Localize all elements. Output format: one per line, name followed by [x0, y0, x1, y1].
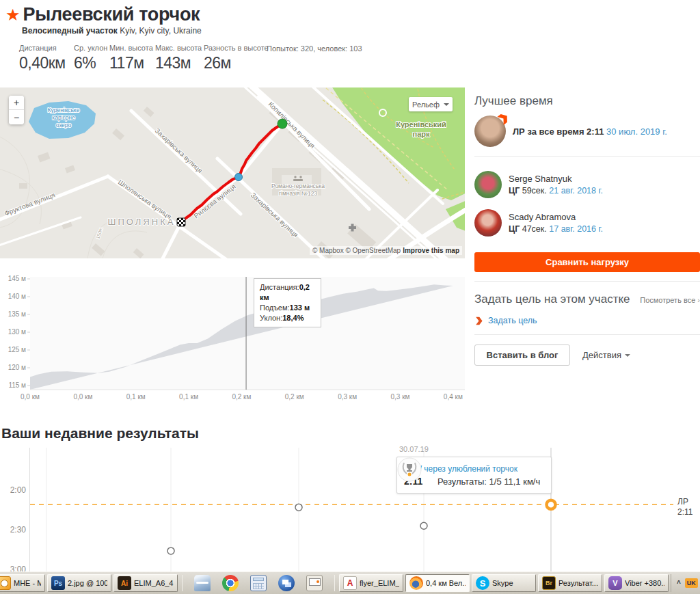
map-canvas: Куренівське кар'єрне озеро Куренівський … — [0, 87, 465, 258]
calculator-icon[interactable] — [250, 575, 267, 591]
view-all-link[interactable]: Посмотреть все › — [640, 296, 700, 304]
medal-icon — [397, 457, 422, 482]
dropdown-arrow-icon — [444, 103, 449, 106]
taskbar-window-bridge[interactable]: Br Результат... — [538, 574, 602, 592]
place-label: ШПОЛЯНКА — [108, 217, 176, 227]
bridge-icon: Br — [542, 576, 556, 590]
taskbar-separator — [182, 575, 183, 591]
goal-heading: Задать цель на этом участке — [474, 293, 630, 306]
recent-results-heading: Ваши недавние результаты — [1, 425, 700, 442]
leader-entry: Serge Shatnyuk ЦГ 59сек. 21 авг. 2018 г. — [474, 165, 700, 204]
result-point[interactable] — [420, 522, 427, 529]
sidebar: Лучшее время ЛР за все время 2:11 30 июл… — [474, 94, 700, 366]
park-label-line2: парк — [413, 130, 430, 138]
compare-efforts-button[interactable]: Сравнить нагрузку — [474, 252, 700, 272]
firefox-icon — [409, 576, 423, 590]
taskbar-window-outlook[interactable]: MHE - Micro... — [0, 574, 45, 592]
segment-map[interactable]: Куренівське кар'єрне озеро Куренівський … — [0, 87, 465, 258]
lake-label-line3: озеро — [56, 122, 72, 129]
result-point[interactable] — [295, 504, 302, 511]
improve-map-link[interactable]: Improve this map — [403, 247, 459, 254]
windows-taskbar: MHE - Micro... Ps 2.jpg @ 100... Ai ELIM… — [0, 571, 700, 594]
x-tick-label: 0,2 км — [232, 393, 251, 401]
attempts-count: Попыток: 320, человек: 103 — [267, 44, 362, 72]
result-date-label: 30.07.19 — [399, 445, 429, 453]
result-point[interactable] — [167, 548, 174, 554]
segment-subtitle: Велосипедный участок Kyiv, Kyiv city, Uk… — [22, 26, 470, 36]
segment-location: Kyiv, Kyiv city, Ukraine — [120, 26, 202, 36]
y-tick-label: 145 м — [8, 275, 26, 282]
taskbar-window-acrobat[interactable]: A flyer_ELIM_... — [339, 574, 403, 592]
window-switcher-icon[interactable] — [278, 575, 295, 591]
x-tick-label: 0,0 км — [21, 393, 40, 401]
map-attribution: © Mapbox © OpenStreetMapImprove this map — [310, 246, 462, 255]
viber-icon: V — [608, 576, 622, 590]
embed-blog-button[interactable]: Вставить в блог — [474, 345, 570, 366]
map-zoom-control: + − — [9, 96, 24, 124]
zoom-out-button[interactable]: − — [9, 110, 24, 124]
y-tick-label: 135 м — [8, 310, 26, 318]
finish-marker — [177, 218, 185, 226]
illustrator-icon: Ai — [118, 576, 131, 590]
leader-prefix: ЦГ — [509, 224, 520, 234]
stat-avg-grade: Ср. уклон 6% — [74, 44, 109, 72]
y-tick-label: 2:30 — [10, 525, 27, 535]
activity-link[interactable]: B2W через улюблений торчок — [404, 464, 540, 474]
scanner-icon[interactable] — [194, 575, 211, 591]
star-icon[interactable]: ★ — [5, 7, 21, 23]
leader-entry: Scady Abramova ЦГ 47сек. 17 авг. 2016 г. — [474, 204, 700, 242]
x-tick-label: 0,4 км — [444, 393, 463, 401]
kom-entry: ЛР за все время 2:11 30 июл. 2019 г. — [474, 116, 700, 147]
goal-arrow-icon — [474, 316, 483, 325]
taskbar-separator — [334, 575, 335, 591]
x-tick-label: 0,3 км — [338, 393, 357, 401]
strava-segment-page: ★ Рылеевский торчок Велосипедный участок… — [0, 0, 700, 594]
stat-max-elevation: Макс. высота 143м — [155, 44, 204, 72]
divider — [474, 334, 700, 335]
taskbar-window-illustrator[interactable]: Ai ELIM_A6_4... — [113, 574, 178, 592]
start-marker — [278, 119, 287, 129]
kom-date-link[interactable]: 30 июл. 2019 г. — [606, 126, 667, 137]
x-tick-label: 0,1 км — [126, 393, 146, 401]
language-indicator[interactable]: UK — [685, 578, 698, 588]
kom-label: ЛР за все время — [513, 126, 584, 137]
stat-distance: Дистанция 0,40км — [19, 44, 74, 72]
taskbar-window-firefox[interactable]: 0,4 км Вел... — [405, 574, 470, 592]
chevron-down-icon — [625, 354, 630, 357]
result-point-highlight[interactable] — [547, 500, 556, 509]
y-tick-label: 125 м — [8, 346, 26, 353]
chrome-icon[interactable] — [222, 575, 239, 591]
remote-desktop-icon[interactable] — [306, 575, 323, 591]
divider — [474, 281, 700, 282]
actions-dropdown[interactable]: Действия — [582, 350, 630, 360]
zoom-in-button[interactable]: + — [9, 96, 24, 110]
show-hidden-icons[interactable]: ^ — [677, 580, 681, 587]
acrobat-pdf-icon: A — [343, 576, 357, 590]
y-tick-label: 130 м — [8, 328, 26, 336]
map-style-dropdown[interactable]: Рельеф — [409, 97, 453, 111]
x-tick-label: 0,1 км — [179, 393, 198, 401]
results-chart-canvas: 2:002:303:00 — [0, 448, 700, 571]
stat-min-elevation: Мин. высота 117м — [109, 44, 155, 72]
taskbar-window-skype[interactable]: S Skype — [472, 574, 536, 592]
set-goal-link[interactable]: Задать цель — [488, 316, 537, 325]
avatar[interactable] — [474, 171, 502, 198]
park-label-line1: Куренівський — [396, 120, 446, 129]
elevation-profile[interactable]: 145 м140 м135 м130 м125 м120 м115 м0,0 к… — [0, 265, 465, 403]
leader-name[interactable]: Serge Shatnyuk — [509, 174, 603, 184]
avatar[interactable] — [474, 209, 502, 237]
x-tick-label: 0,3 км — [390, 393, 409, 401]
x-tick-label: 0,2 км — [285, 393, 304, 401]
taskbar-window-viber[interactable]: V Viber +380... — [604, 574, 669, 592]
quick-launch — [187, 575, 330, 591]
leader-name[interactable]: Scady Abramova — [509, 212, 603, 222]
results-chart[interactable]: 2:002:303:00 30.07.19 B2W через улюблени… — [0, 448, 700, 571]
system-tray: ^ UK — [671, 574, 700, 592]
leader-time: 59сек. — [522, 186, 547, 195]
outlook-icon — [0, 576, 11, 590]
y-tick-label: 3:00 — [10, 565, 27, 571]
y-tick-label: 120 м — [8, 364, 26, 371]
leader-date-link[interactable]: 21 авг. 2018 г. — [549, 186, 603, 195]
taskbar-window-photoshop[interactable]: Ps 2.jpg @ 100... — [47, 574, 111, 592]
leader-date-link[interactable]: 17 авг. 2016 г. — [549, 224, 603, 234]
